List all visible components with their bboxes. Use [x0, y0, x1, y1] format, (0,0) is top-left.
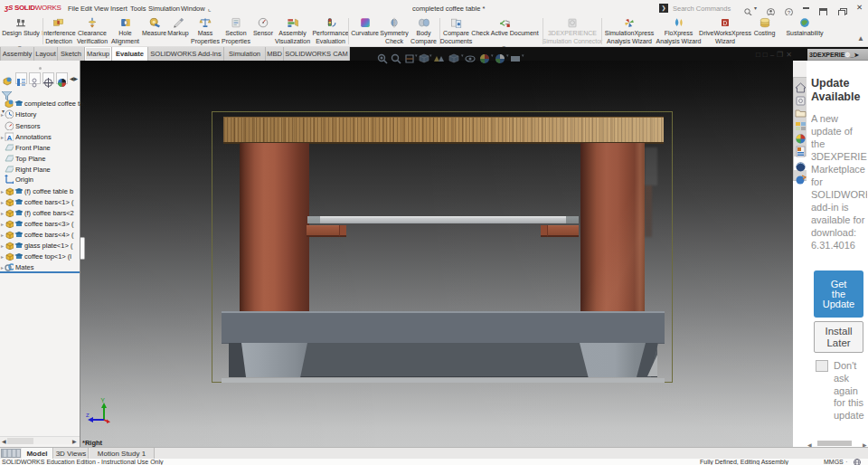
svg-text:D: D — [723, 20, 728, 26]
svg-text:Z: Z — [86, 413, 90, 418]
svg-text:?: ? — [788, 10, 791, 15]
svg-text:Y: Y — [101, 397, 106, 403]
svg-text:A: A — [7, 134, 13, 141]
